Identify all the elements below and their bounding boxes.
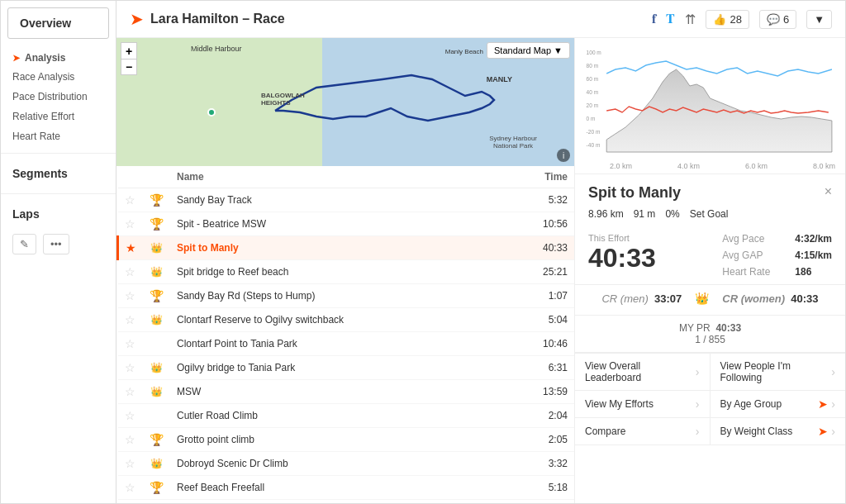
segment-name-cell[interactable]: Spit bridge to Reef beach [170, 260, 504, 284]
action-link[interactable]: By Weight Class ➤ › [711, 418, 846, 445]
arrow-icon: › [696, 425, 700, 438]
map-label-manly-beach: Manly Beach [445, 48, 483, 55]
table-row[interactable]: ☆ 🏆 Spit - Beatrice MSW 10:56 [118, 212, 575, 236]
strava-badge-icon: ➤ [818, 425, 828, 438]
sidebar-laps[interactable]: Laps [1, 201, 116, 227]
badge-cell: 👑 [143, 356, 170, 380]
zoom-out-button[interactable]: − [121, 59, 137, 75]
badge-cell: 👑 [143, 380, 170, 404]
star-col-header [118, 166, 144, 188]
star-icon[interactable]: ☆ [125, 409, 135, 422]
table-row[interactable]: ☆ 👑 Spit bridge to Reef beach 25:21 [118, 260, 575, 284]
star-cell: ☆ [118, 260, 144, 284]
star-icon[interactable]: ☆ [125, 193, 135, 207]
map-type-button[interactable]: Standard Map ▼ [487, 42, 570, 59]
sidebar-item-pace-distribution[interactable]: Pace Distribution [1, 87, 116, 107]
star-cell: ☆ [118, 404, 144, 428]
twitter-icon[interactable]: 𝐓 [666, 12, 675, 26]
table-row[interactable]: ☆ 🏆 Sandy Bay Track 5:32 [118, 188, 575, 212]
comments-count: 6 [783, 13, 789, 26]
heart-rate-value: 186 [795, 266, 811, 278]
facebook-icon[interactable]: 𝐟 [652, 12, 656, 26]
badge-cell: 👑 [143, 260, 170, 284]
segment-time-cell: 5:04 [504, 308, 574, 332]
map-zoom: + − [121, 42, 137, 75]
table-row[interactable]: ☆ 🏆 Sandy Bay Rd (Steps to Hump) 1:07 [118, 284, 575, 308]
close-button[interactable]: × [825, 184, 832, 199]
star-icon[interactable]: ☆ [125, 337, 135, 350]
map-label-middle-harbour: Middle Harbour [191, 45, 242, 53]
star-icon[interactable]: ☆ [125, 433, 135, 446]
star-icon[interactable]: ☆ [125, 217, 135, 231]
map-label-manly: MANLY [487, 75, 512, 83]
table-row[interactable]: ☆ Cutler Road Climb 2:04 [118, 404, 575, 428]
segment-name-cell[interactable]: Reef Beach Freefall [170, 476, 504, 500]
action-link[interactable]: Compare › [575, 418, 711, 445]
cr-women: CR (women) 40:33 [722, 292, 818, 305]
star-icon[interactable]: ☆ [125, 265, 135, 278]
star-icon[interactable]: ☆ [125, 457, 135, 470]
action-link[interactable]: By Age Group ➤ › [711, 391, 846, 418]
table-row[interactable]: ☆ 👑 MSW 13:59 [118, 380, 575, 404]
star-icon-active[interactable]: ★ [126, 241, 136, 254]
strava-logo: ➤ [130, 9, 144, 29]
avg-gap-row: Avg GAP 4:15/km [722, 250, 832, 261]
sidebar-item-relative-effort[interactable]: Relative Effort [1, 107, 116, 126]
sidebar-divider-2 [1, 193, 116, 194]
sidebar-overview[interactable]: Overview [7, 7, 109, 39]
cr-men: CR (men) 33:07 [601, 292, 682, 305]
segment-name-cell[interactable]: Sandy Bay Track [170, 188, 504, 212]
sidebar: Overview ➤ Analysis Race Analysis Pace D… [1, 1, 116, 503]
action-link-label: Compare [585, 426, 625, 437]
segment-name-cell[interactable]: MSW [170, 380, 504, 404]
zoom-in-button[interactable]: + [121, 42, 137, 59]
segment-name-cell[interactable]: Dobroyd Scenic Dr Climb [170, 452, 504, 476]
sidebar-divider [1, 153, 116, 154]
segment-name-cell[interactable]: Cutler Road Climb [170, 404, 504, 428]
star-icon[interactable]: ☆ [125, 361, 135, 374]
edit-button[interactable]: ✎ [12, 234, 36, 254]
table-row[interactable]: ☆ 👑 Ogilvy bridge to Tania Park 6:31 [118, 356, 575, 380]
action-link[interactable]: View People I'm Following › [711, 354, 846, 391]
more-button[interactable]: ••• [43, 234, 69, 254]
table-row[interactable]: ☆ 👑 Dobroyd Scenic Dr Climb 3:32 [118, 452, 575, 476]
sidebar-segments[interactable]: Segments [1, 160, 116, 187]
cr-men-value: 33:07 [654, 292, 682, 305]
segment-time-cell: 5:32 [504, 188, 574, 212]
sidebar-item-heart-rate[interactable]: Heart Rate [1, 126, 116, 146]
table-row[interactable]: ★ 👑 Spit to Manly 40:33 [118, 236, 575, 260]
share-icon[interactable]: ⇈ [685, 12, 696, 27]
sidebar-item-race-analysis[interactable]: Race Analysis [1, 67, 116, 87]
action-link[interactable]: View My Efforts › [575, 391, 711, 418]
segment-name-cell[interactable]: Grotto point climb [170, 428, 504, 452]
segment-name-cell[interactable]: Spit to Manly [170, 236, 504, 260]
table-row[interactable]: ☆ 👑 Clontarf Reserve to Ogilvy switchbac… [118, 308, 575, 332]
comments-button[interactable]: 💬 6 [759, 10, 796, 29]
segment-name-cell[interactable]: Clontarf Reserve to Ogilvy switchback [170, 308, 504, 332]
more-options-button[interactable]: ▼ [806, 10, 832, 29]
set-goal-link[interactable]: Set Goal [690, 208, 729, 220]
kudos-button[interactable]: 👍 28 [706, 10, 749, 29]
heart-rate-label: Heart Rate [722, 266, 788, 278]
action-link-badge: › [696, 397, 700, 411]
start-dot [207, 108, 216, 116]
segment-name-cell[interactable]: Sandy Bay Rd (Steps to Hump) [170, 284, 504, 308]
page-title: Lara Hamilton – Race [150, 12, 652, 26]
x-label-2km: 2.0 km [610, 162, 632, 170]
map-container[interactable]: + − Standard Map ▼ Middle Harbour MANLY … [116, 38, 574, 166]
star-icon[interactable]: ☆ [125, 289, 135, 302]
map-label-balgowlah: BALGOWLAHHEIGHTS [261, 92, 305, 107]
segment-name-cell[interactable]: Clontarf Point to Tania Park [170, 332, 504, 356]
action-link[interactable]: View Overall Leaderboard › [575, 354, 711, 391]
strava-badge-icon: ➤ [818, 397, 828, 411]
star-icon[interactable]: ☆ [125, 385, 135, 398]
segment-name-cell[interactable]: Ogilvy bridge to Tania Park [170, 356, 504, 380]
table-row[interactable]: ☆ 🏆 Grotto point climb 2:05 [118, 428, 575, 452]
svg-text:-20 m: -20 m [587, 127, 601, 136]
table-row[interactable]: ☆ 🏆 Reef Beach Freefall 5:18 [118, 476, 575, 500]
map-info-icon[interactable]: i [557, 149, 570, 162]
segment-name-cell[interactable]: Spit - Beatrice MSW [170, 212, 504, 236]
star-icon[interactable]: ☆ [125, 481, 135, 494]
table-row[interactable]: ☆ Clontarf Point to Tania Park 10:46 [118, 332, 575, 356]
star-icon[interactable]: ☆ [125, 313, 135, 326]
